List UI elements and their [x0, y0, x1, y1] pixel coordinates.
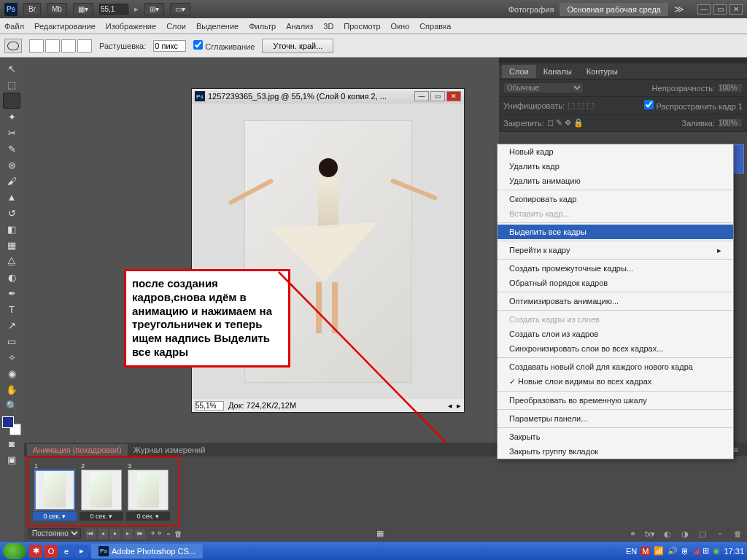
menu-item[interactable]: Удалить кадр	[498, 159, 733, 174]
3dcam-tool[interactable]: ◉	[3, 365, 20, 381]
menu-item[interactable]: Создать слои из кадров	[498, 327, 733, 341]
menu-item[interactable]: Преобразовать во временную шкалу	[498, 393, 733, 408]
trash-icon[interactable]: 🗑	[731, 528, 744, 540]
bridge-btn[interactable]: Br	[23, 3, 41, 15]
mask-icon[interactable]: ◐	[661, 528, 674, 540]
menu-item[interactable]: Создавать новый слой для каждого нового …	[498, 359, 733, 374]
loop-select[interactable]: Постоянно	[28, 528, 81, 539]
active-tool-icon[interactable]	[4, 39, 22, 53]
doc-close[interactable]: ✕	[446, 91, 461, 101]
stamp-tool[interactable]: ▲	[3, 189, 20, 205]
ql-explorer[interactable]: ▸	[75, 545, 88, 558]
scroll-right[interactable]: ▸	[457, 401, 461, 411]
ql-opera[interactable]: O	[44, 545, 58, 558]
screenmode-tool[interactable]: ▣	[3, 451, 20, 467]
prev-frame[interactable]: ◂	[98, 529, 108, 539]
lang-ind[interactable]: EN	[626, 547, 637, 556]
menu-item[interactable]: Закрыть	[498, 429, 733, 444]
menu-item[interactable]: Удалить анимацию	[498, 174, 733, 188]
refine-edge-btn[interactable]: Уточн. край...	[262, 39, 333, 53]
doc-max[interactable]: ▭	[430, 91, 445, 101]
menu-item[interactable]: Выделить все кадры	[498, 225, 733, 239]
zoom-input[interactable]	[99, 4, 128, 15]
lasso-tool[interactable]	[3, 93, 20, 109]
viewextra-btn[interactable]: ⊞▾	[144, 3, 164, 15]
tab-channels[interactable]: Каналы	[536, 65, 579, 78]
tab-layers[interactable]: Слои	[502, 65, 536, 78]
group-icon[interactable]: ▢	[696, 528, 709, 540]
start-button[interactable]	[3, 543, 26, 559]
adj-icon[interactable]: ◑	[678, 528, 692, 540]
antialias-check[interactable]: Сглаживание	[193, 40, 255, 51]
hand-tool[interactable]: ✋	[3, 381, 20, 397]
shape-tool[interactable]: ▭	[3, 333, 20, 349]
tray-vol[interactable]: 🔊	[667, 546, 678, 556]
tween-btn[interactable]: ⚬⚬	[150, 529, 163, 538]
doc-zoom[interactable]	[195, 401, 224, 411]
menu-3d[interactable]: 3D	[323, 22, 333, 31]
zoom-arrow[interactable]: ▸	[134, 4, 139, 14]
frame-1[interactable]: 10 сек. ▾	[33, 462, 77, 521]
wand-tool[interactable]: ✦	[3, 109, 20, 125]
menu-item[interactable]: Параметры панели...	[498, 411, 733, 426]
new-frame-btn[interactable]: ▫	[167, 529, 170, 538]
screenmode-btn[interactable]: ▦▾	[73, 3, 93, 15]
tab-paths[interactable]: Контуры	[579, 65, 625, 78]
quickmask-tool[interactable]: ◙	[3, 435, 20, 451]
selection-mode-group[interactable]	[29, 39, 92, 52]
blur-tool[interactable]: ⧋	[3, 253, 20, 269]
fill-input[interactable]	[718, 118, 743, 128]
move-tool[interactable]: ↖	[3, 61, 20, 77]
menu-file[interactable]: Файл	[4, 22, 24, 31]
menu-filter[interactable]: Фильтр	[249, 22, 276, 31]
first-frame[interactable]: ⏮	[85, 529, 96, 539]
path-tool[interactable]: ↗	[3, 317, 20, 333]
brush-tool[interactable]: 🖌	[3, 173, 20, 189]
lock-icons[interactable]: ◻ ✎ ✥ 🔒	[547, 118, 584, 128]
menu-edit[interactable]: Редактирование	[34, 22, 96, 31]
pen-tool[interactable]: ✒	[3, 285, 20, 301]
tray-shield[interactable]: ⛨	[681, 547, 689, 556]
menu-item[interactable]: Новые слои видимы во всех кадрах	[498, 374, 733, 389]
menu-window[interactable]: Окно	[391, 22, 410, 31]
tab-measure[interactable]: Журнал измерений	[128, 444, 212, 456]
marquee-tool[interactable]: ⬚	[3, 77, 20, 93]
ql-browser[interactable]: e	[60, 545, 73, 558]
expand-icon[interactable]: ≫	[674, 4, 684, 15]
gradient-tool[interactable]: ▦	[3, 237, 20, 253]
menu-item[interactable]: Новый кадр	[498, 144, 733, 159]
menu-item[interactable]: Закрыть группу вкладок	[498, 444, 733, 459]
menu-layer[interactable]: Слои	[166, 22, 186, 31]
menu-item[interactable]: Создать промежуточные кадры...	[498, 261, 733, 276]
history-brush-tool[interactable]: ↺	[3, 205, 20, 221]
menu-analysis[interactable]: Анализ	[286, 22, 313, 31]
dodge-tool[interactable]: ◐	[3, 269, 20, 285]
menu-item[interactable]: Перейти к кадру	[498, 243, 733, 257]
tray-gpu[interactable]: ⊞	[703, 546, 709, 556]
eraser-tool[interactable]: ◧	[3, 221, 20, 237]
3d-tool[interactable]: ✧	[3, 349, 20, 365]
task-photoshop[interactable]: Ps Adobe Photoshop CS...	[91, 544, 203, 559]
menu-item[interactable]: Синхронизировать слои во всех кадрах...	[498, 341, 733, 356]
type-tool[interactable]: T	[3, 301, 20, 317]
ql-ie[interactable]: ✱	[29, 545, 42, 558]
delete-frame-btn[interactable]: 🗑	[174, 529, 182, 538]
tray-av[interactable]: ◢	[693, 546, 699, 556]
unify-icons[interactable]: ⬚ ⬚ ⬚	[568, 101, 594, 110]
eyedropper-tool[interactable]: ✎	[3, 141, 20, 157]
menu-help[interactable]: Справка	[419, 22, 451, 31]
frame-2[interactable]: 20 сек. ▾	[80, 462, 123, 521]
photo-label[interactable]: Фотография	[508, 5, 554, 14]
minibridge-btn[interactable]: Mb	[47, 3, 67, 15]
menu-item[interactable]: Обратный порядок кадров	[498, 276, 733, 290]
menu-select[interactable]: Выделение	[196, 22, 239, 31]
next-frame[interactable]: ▸	[123, 529, 133, 539]
healing-tool[interactable]: ⊛	[3, 157, 20, 173]
scroll-left[interactable]: ◂	[448, 401, 452, 411]
last-frame[interactable]: ⏭	[135, 529, 145, 539]
workspace-btn[interactable]: Основная рабочая среда	[560, 3, 668, 16]
menu-view[interactable]: Просмотр	[344, 22, 380, 31]
arrange-btn[interactable]: ▭▾	[170, 3, 190, 15]
layer-thumb-selected[interactable]	[734, 144, 744, 174]
feather-input[interactable]	[153, 40, 186, 52]
